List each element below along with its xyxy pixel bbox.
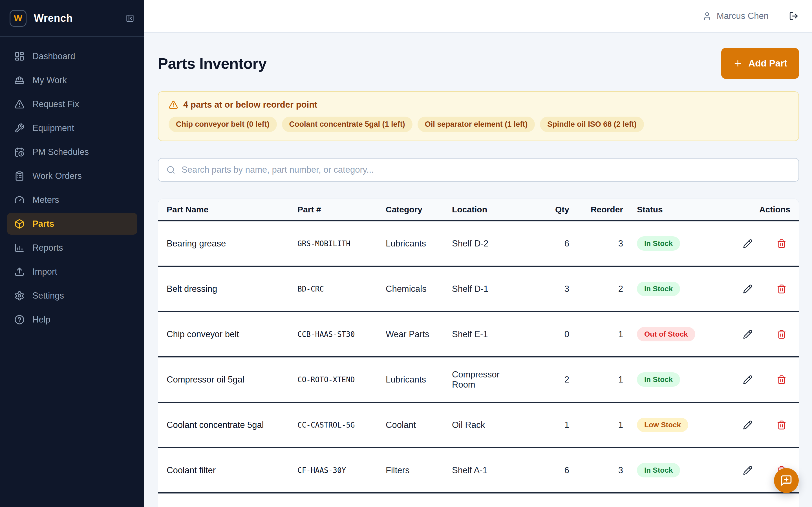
topbar: Marcus Chen bbox=[144, 0, 812, 33]
bar-chart-icon bbox=[14, 243, 24, 253]
pencil-icon bbox=[743, 239, 753, 248]
sidebar-item-help[interactable]: Help bbox=[7, 309, 137, 330]
delete-button[interactable] bbox=[777, 375, 786, 385]
app-name: Wrench bbox=[34, 12, 73, 24]
hard-hat-icon bbox=[14, 75, 24, 86]
delete-button[interactable] bbox=[777, 330, 786, 339]
add-part-button[interactable]: Add Part bbox=[721, 48, 799, 79]
part-category: Lubricants bbox=[386, 375, 452, 385]
part-qty: 1 bbox=[525, 420, 569, 430]
column-header-location: Location bbox=[452, 205, 525, 214]
part-category: Wear Parts bbox=[386, 329, 452, 339]
sidebar-item-dashboard[interactable]: Dashboard bbox=[7, 45, 137, 67]
search-icon bbox=[166, 165, 175, 174]
part-qty: 6 bbox=[525, 465, 569, 475]
pencil-icon bbox=[743, 330, 753, 339]
part-number: CF-HAAS-30Y bbox=[297, 466, 386, 474]
sidebar-item-parts[interactable]: Parts bbox=[7, 213, 137, 235]
sidebar-item-meters[interactable]: Meters bbox=[7, 189, 137, 211]
sidebar-item-equipment[interactable]: Equipment bbox=[7, 117, 137, 139]
part-category: Coolant bbox=[386, 420, 452, 430]
search-bar bbox=[158, 158, 799, 182]
trash-icon bbox=[777, 420, 786, 430]
help-circle-icon bbox=[14, 315, 24, 325]
edit-button[interactable] bbox=[743, 375, 753, 385]
page-title: Parts Inventory bbox=[158, 55, 267, 72]
part-number: CO-ROTO-XTEND bbox=[297, 376, 386, 384]
sidebar-collapse-button[interactable] bbox=[126, 14, 134, 22]
edit-button[interactable] bbox=[743, 239, 753, 248]
status-badge: In Stock bbox=[637, 372, 680, 387]
sidebar-item-import[interactable]: Import bbox=[7, 261, 137, 283]
status-badge: In Stock bbox=[637, 282, 680, 296]
message-square-plus-icon bbox=[780, 474, 793, 487]
sidebar-item-pm-schedules[interactable]: PM Schedules bbox=[7, 141, 137, 163]
part-reorder: 1 bbox=[569, 420, 623, 430]
delete-button[interactable] bbox=[777, 420, 786, 430]
status-badge: Out of Stock bbox=[637, 327, 695, 341]
app-logo-letter: W bbox=[14, 13, 22, 23]
app-logo: W bbox=[10, 10, 27, 27]
part-reorder: 2 bbox=[569, 284, 623, 294]
part-qty: 6 bbox=[525, 238, 569, 249]
user-menu[interactable]: Marcus Chen bbox=[703, 11, 769, 21]
trash-icon bbox=[777, 330, 786, 339]
edit-button[interactable] bbox=[743, 420, 753, 430]
column-header-qty: Qty bbox=[525, 205, 569, 214]
edit-button[interactable] bbox=[743, 330, 753, 339]
part-location: Shelf D-1 bbox=[452, 284, 525, 294]
reorder-chip: Coolant concentrate 5gal (1 left) bbox=[282, 117, 412, 132]
delete-button[interactable] bbox=[777, 284, 786, 294]
delete-button[interactable] bbox=[777, 239, 786, 248]
part-qty: 0 bbox=[525, 329, 569, 339]
reorder-alert-title: 4 parts at or below reorder point bbox=[183, 100, 317, 110]
clipboard-list-icon bbox=[14, 171, 24, 181]
trash-icon bbox=[777, 284, 786, 294]
part-name: Compressor oil 5gal bbox=[167, 375, 297, 385]
gear-icon bbox=[14, 291, 24, 301]
table-row-partial bbox=[158, 494, 799, 507]
column-header-actions: Actions bbox=[736, 205, 790, 214]
part-reorder: 3 bbox=[569, 465, 623, 475]
reorder-chip: Chip conveyor belt (0 left) bbox=[168, 117, 277, 132]
user-name: Marcus Chen bbox=[717, 11, 769, 21]
gauge-icon bbox=[14, 195, 24, 205]
alert-triangle-icon bbox=[168, 100, 178, 110]
part-location: Compressor Room bbox=[452, 370, 525, 390]
dashboard-icon bbox=[14, 51, 24, 61]
part-category: Filters bbox=[386, 465, 452, 475]
part-number: BD-CRC bbox=[297, 285, 386, 293]
trash-icon bbox=[777, 375, 786, 385]
pencil-icon bbox=[743, 284, 753, 294]
logout-icon bbox=[789, 11, 799, 21]
table-row: Coolant concentrate 5gal CC-CASTROL-5G C… bbox=[158, 403, 799, 448]
upload-icon bbox=[14, 267, 24, 277]
calendar-clock-icon bbox=[14, 147, 24, 157]
column-header-part-name: Part Name bbox=[167, 205, 297, 214]
part-location: Oil Rack bbox=[452, 420, 525, 430]
table-header-row: Part Name Part # Category Location Qty R… bbox=[158, 199, 799, 221]
feedback-chat-button[interactable] bbox=[774, 468, 799, 493]
reorder-alert-header: 4 parts at or below reorder point bbox=[168, 100, 788, 110]
sidebar-item-my-work[interactable]: My Work bbox=[7, 69, 137, 91]
reorder-chip: Spindle oil ISO 68 (2 left) bbox=[540, 117, 644, 132]
reorder-chip: Oil separator element (1 left) bbox=[417, 117, 535, 132]
logout-button[interactable] bbox=[789, 11, 799, 21]
sidebar-item-work-orders[interactable]: Work Orders bbox=[7, 165, 137, 187]
table-row: Belt dressing BD-CRC Chemicals Shelf D-1… bbox=[158, 267, 799, 312]
sidebar-item-reports[interactable]: Reports bbox=[7, 237, 137, 259]
search-input[interactable] bbox=[182, 165, 791, 175]
part-category: Lubricants bbox=[386, 238, 452, 249]
pencil-icon bbox=[743, 420, 753, 430]
page-content: Parts Inventory Add Part 4 parts at or b… bbox=[144, 33, 812, 507]
edit-button[interactable] bbox=[743, 284, 753, 294]
reorder-alert-chips: Chip conveyor belt (0 left) Coolant conc… bbox=[168, 117, 788, 132]
part-location: Shelf E-1 bbox=[452, 329, 525, 339]
sidebar-item-request-fix[interactable]: Request Fix bbox=[7, 93, 137, 115]
part-name: Bearing grease bbox=[167, 238, 297, 249]
part-name: Coolant filter bbox=[167, 465, 297, 475]
sidebar-item-settings[interactable]: Settings bbox=[7, 285, 137, 306]
edit-button[interactable] bbox=[743, 466, 753, 475]
part-location: Shelf A-1 bbox=[452, 465, 525, 475]
column-header-reorder: Reorder bbox=[569, 205, 623, 214]
